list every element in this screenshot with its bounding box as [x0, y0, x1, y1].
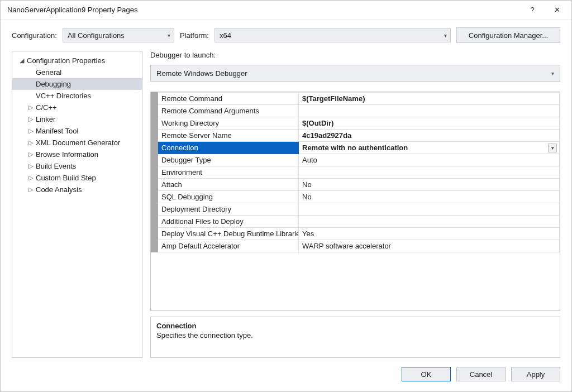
expand-icon[interactable]: ▷ [27, 116, 35, 123]
property-value[interactable] [299, 216, 560, 228]
debugger-launch-value: Remote Windows Debugger [156, 69, 247, 78]
tree-item[interactable]: ▷Custom Build Step [12, 172, 142, 184]
tree-item-label: VC++ Directories [36, 92, 91, 100]
property-value[interactable] [299, 105, 560, 117]
platform-label: Platform: [180, 31, 209, 40]
close-button[interactable]: ✕ [545, 2, 569, 18]
tree-item-label: Linker [36, 115, 55, 123]
property-name[interactable]: Environment [158, 166, 299, 179]
tree-item[interactable]: ▷C/C++ [12, 102, 142, 113]
property-value[interactable] [299, 203, 560, 216]
category-gutter [151, 240, 158, 252]
property-name[interactable]: Working Directory [158, 117, 299, 130]
property-grid-scroll[interactable]: Remote Command$(TargetFileName)Remote Co… [151, 92, 560, 310]
property-value[interactable]: Auto [299, 154, 560, 166]
property-row[interactable]: Working Directory$(OutDir) [151, 117, 560, 130]
property-row[interactable]: Environment [151, 166, 560, 179]
property-value[interactable]: 4c19ad2927da [299, 130, 560, 142]
tree-item[interactable]: VC++ Directories [12, 90, 142, 102]
property-value[interactable]: No [299, 179, 560, 191]
chevron-down-icon: ▾ [168, 32, 170, 39]
chevron-down-icon: ▾ [444, 32, 447, 39]
property-value[interactable]: Yes [299, 228, 560, 240]
property-row[interactable]: Additional Files to Deploy [151, 216, 560, 228]
property-value[interactable]: $(TargetFileName) [299, 93, 560, 105]
expand-icon[interactable]: ▷ [27, 139, 35, 146]
category-gutter [151, 216, 158, 228]
debugger-launch-dropdown[interactable]: Remote Windows Debugger ▾ [150, 65, 560, 82]
expand-icon[interactable]: ▷ [27, 151, 35, 158]
category-gutter [151, 203, 158, 216]
property-value[interactable]: Remote with no authentication▾ [299, 142, 560, 154]
category-gutter [151, 154, 158, 166]
property-name[interactable]: SQL Debugging [158, 191, 299, 203]
tree-item[interactable]: ▷Manifest Tool [12, 125, 142, 137]
property-row[interactable]: Deployment Directory [151, 203, 560, 216]
property-row[interactable]: Remote Server Name4c19ad2927da [151, 130, 560, 142]
tree-item-label: C/C++ [36, 103, 57, 112]
property-row[interactable]: Deploy Visual C++ Debug Runtime Librarie… [151, 228, 560, 240]
description-text: Specifies the connection type. [156, 331, 554, 340]
right-pane: Debugger to launch: Remote Windows Debug… [150, 51, 560, 358]
property-value[interactable]: $(OutDir) [299, 117, 560, 130]
property-name[interactable]: Remote Command Arguments [158, 105, 299, 117]
tree-item-label: Browse Information [36, 150, 98, 159]
property-name[interactable]: Deploy Visual C++ Debug Runtime Librarie… [158, 228, 299, 240]
platform-value: x64 [220, 31, 231, 40]
tree[interactable]: ◢ Configuration Properties GeneralDebugg… [12, 51, 142, 358]
expand-icon[interactable]: ▷ [27, 104, 35, 111]
collapse-icon[interactable]: ◢ [18, 57, 26, 64]
property-name[interactable]: Connection [158, 142, 299, 154]
configuration-dropdown[interactable]: All Configurations ▾ [63, 28, 174, 42]
expand-icon[interactable]: ▷ [27, 162, 35, 170]
property-name[interactable]: Debugger Type [158, 154, 299, 166]
tree-item[interactable]: ▷Linker [12, 113, 142, 125]
dialog-buttons: OK Cancel Apply [1, 358, 571, 391]
apply-button[interactable]: Apply [511, 367, 560, 381]
tree-item[interactable]: Debugging [12, 78, 142, 90]
property-row[interactable]: Remote Command$(TargetFileName) [151, 93, 560, 105]
tree-item-label: Build Events [36, 162, 76, 170]
cancel-button[interactable]: Cancel [456, 367, 506, 381]
description-pane: Connection Specifies the connection type… [150, 317, 560, 358]
property-value[interactable]: No [299, 191, 560, 203]
category-gutter [151, 93, 158, 105]
property-row[interactable]: AttachNo [151, 179, 560, 191]
expand-icon[interactable]: ▷ [27, 127, 35, 135]
tree-item[interactable]: ▷Browse Information [12, 149, 142, 160]
tree-root-label: Configuration Properties [27, 56, 105, 65]
tree-item[interactable]: ▷Build Events [12, 160, 142, 172]
property-name[interactable]: Deployment Directory [158, 203, 299, 216]
category-gutter [151, 191, 158, 203]
tree-root[interactable]: ◢ Configuration Properties [12, 55, 142, 66]
category-gutter [151, 166, 158, 179]
property-row[interactable]: Debugger TypeAuto [151, 154, 560, 166]
tree-item[interactable]: General [12, 66, 142, 78]
property-name[interactable]: Additional Files to Deploy [158, 216, 299, 228]
tree-item[interactable]: ▷Code Analysis [12, 184, 142, 195]
property-name[interactable]: Amp Default Accelerator [158, 240, 299, 252]
property-grid: Remote Command$(TargetFileName)Remote Co… [150, 92, 560, 311]
configuration-value: All Configurations [68, 31, 125, 40]
chevron-down-icon[interactable]: ▾ [548, 144, 557, 152]
property-name[interactable]: Remote Server Name [158, 130, 299, 142]
property-row[interactable]: SQL DebuggingNo [151, 191, 560, 203]
property-row[interactable]: Amp Default AcceleratorWARP software acc… [151, 240, 560, 252]
tree-item[interactable]: ▷XML Document Generator [12, 137, 142, 149]
configuration-manager-button[interactable]: Configuration Manager... [456, 27, 560, 43]
config-row: Configuration: All Configurations ▾ Plat… [1, 20, 571, 51]
property-name[interactable]: Attach [158, 179, 299, 191]
window-title: NanoServerApplication9 Property Pages [7, 6, 520, 14]
expand-icon[interactable]: ▷ [27, 186, 35, 193]
property-row[interactable]: ConnectionRemote with no authentication▾ [151, 142, 560, 154]
help-button[interactable]: ? [520, 2, 545, 18]
category-gutter [151, 105, 158, 117]
property-name[interactable]: Remote Command [158, 93, 299, 105]
property-value[interactable] [299, 166, 560, 179]
property-value[interactable]: WARP software accelerator [299, 240, 560, 252]
ok-button[interactable]: OK [402, 367, 451, 381]
platform-dropdown[interactable]: x64 ▾ [214, 28, 451, 42]
help-icon: ? [530, 6, 534, 14]
expand-icon[interactable]: ▷ [27, 174, 35, 181]
property-row[interactable]: Remote Command Arguments [151, 105, 560, 117]
